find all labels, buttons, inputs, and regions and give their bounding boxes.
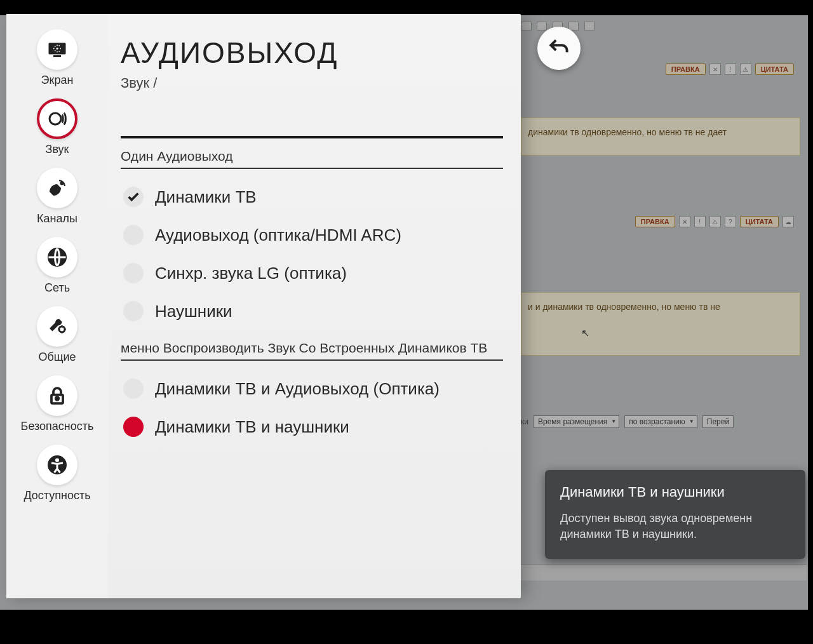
sort-label: ки [521, 417, 528, 426]
browser-tab [584, 22, 595, 30]
delete-icon[interactable]: ✕ [679, 216, 690, 227]
sidebar-item-label: Каналы [37, 212, 77, 225]
browser-tab [521, 22, 532, 30]
forum-post: динамики тв одновременно, но меню тв не … [521, 117, 800, 156]
lock-icon [37, 375, 77, 416]
sound-icon [37, 98, 77, 139]
letterbox-bottom [0, 610, 813, 644]
radio-selected-icon [123, 417, 144, 437]
sidebar-item-sound[interactable]: Звук [6, 98, 108, 156]
quote-button[interactable]: ЦИТАТА [740, 216, 779, 227]
svg-point-3 [50, 113, 61, 124]
sidebar-item-label: Безопасность [21, 420, 94, 433]
letterbox-top [0, 0, 813, 15]
sort-order-select[interactable]: по возрастанию [624, 415, 697, 428]
edit-button[interactable]: ПРАВКА [666, 64, 706, 75]
mouse-cursor-icon: ↖ [581, 327, 589, 339]
option-group-simultaneous: Динамики ТВ и Аудиовыход (Оптика) Динами… [121, 370, 503, 446]
warn-icon[interactable]: ! [725, 64, 736, 75]
option-label: Динамики ТВ и наушники [155, 417, 349, 437]
tv-settings-panel: Экран Звук Каналы Сеть Общие [6, 14, 521, 598]
option-label: Аудиовыход (оптика/HDMI ARC) [155, 225, 401, 245]
option-label: Динамики ТВ [155, 187, 257, 207]
browser-tab [537, 22, 548, 30]
option-tv-and-headphones[interactable]: Динамики ТВ и наушники [121, 408, 503, 446]
sidebar-item-label: Сеть [44, 281, 70, 295]
option-headphones[interactable]: Наушники [121, 292, 503, 330]
option-group-single: Динамики ТВ Аудиовыход (оптика/HDMI ARC)… [121, 178, 503, 330]
page-title: АУДИОВЫХОД [121, 36, 503, 70]
divider [121, 136, 503, 138]
sort-field-select[interactable]: Время размещения [534, 415, 619, 428]
option-label: Динамики ТВ и Аудиовыход (Оптика) [155, 379, 440, 399]
satellite-icon [37, 168, 77, 208]
option-optical-hdmi-arc[interactable]: Аудиовыход (оптика/HDMI ARC) [121, 216, 503, 254]
radio-icon [123, 379, 144, 399]
option-label: Синхр. звука LG (оптика) [155, 264, 347, 283]
accessibility-icon [37, 445, 77, 485]
sidebar-item-label: Звук [46, 143, 69, 156]
quote-button[interactable]: ЦИТАТА [755, 64, 794, 75]
forum-post: и и динамики тв одновременно, но меню тв… [521, 292, 800, 356]
option-tv-and-optical[interactable]: Динамики ТВ и Аудиовыход (Оптика) [121, 370, 503, 408]
svg-rect-1 [53, 55, 61, 57]
sidebar-item-label: Общие [38, 351, 76, 364]
svg-point-6 [59, 326, 65, 332]
svg-point-2 [57, 48, 58, 50]
sidebar-item-label: Доступность [24, 489, 90, 502]
tooltip-body: Доступен вывод звука одновременн динамик… [560, 511, 790, 542]
sidebar-item-accessibility[interactable]: Доступность [6, 445, 108, 502]
browser-statusbar [521, 564, 807, 580]
tools-icon [37, 306, 77, 347]
warn-icon[interactable]: ⚠ [709, 216, 721, 227]
apple-icon[interactable]: ☁ [783, 216, 794, 227]
sidebar-item-general[interactable]: Общие [6, 306, 108, 364]
edit-button[interactable]: ПРАВКА [635, 216, 675, 227]
tooltip-title: Динамики ТВ и наушники [560, 484, 790, 500]
post-actions-row: ПРАВКА ✕ ! ⚠ ? ЦИТАТА ☁ [635, 216, 794, 227]
svg-point-10 [55, 459, 59, 462]
post-actions-row: ПРАВКА ✕ ! ⚠ ЦИТАТА [666, 64, 794, 75]
delete-icon[interactable]: ✕ [709, 64, 721, 75]
back-arrow-icon [547, 36, 571, 60]
back-button[interactable] [537, 27, 581, 70]
sidebar-item-security[interactable]: Безопасность [6, 375, 108, 433]
radio-icon [123, 263, 144, 283]
section-header-simultaneous: менно Воспроизводить Звук Со Встроенных … [121, 334, 503, 361]
warn-icon[interactable]: ⚠ [740, 64, 751, 75]
go-button[interactable]: Перей [702, 415, 734, 428]
section-header-single: Один Аудиовыход [121, 142, 503, 169]
svg-point-8 [56, 397, 59, 400]
option-label: Наушники [155, 302, 232, 321]
screen-icon [37, 29, 77, 70]
globe-icon [37, 237, 77, 278]
breadcrumb: Звук / [121, 75, 503, 91]
radio-icon [123, 225, 144, 245]
option-tv-speakers[interactable]: Динамики ТВ [121, 178, 503, 216]
radio-icon [123, 301, 144, 321]
sidebar-item-network[interactable]: Сеть [6, 237, 108, 295]
settings-main: АУДИОВЫХОД Звук / Один Аудиовыход Динами… [108, 14, 521, 598]
warn-icon[interactable]: ! [694, 216, 706, 227]
settings-sidebar: Экран Звук Каналы Сеть Общие [6, 14, 108, 598]
option-lg-sound-sync[interactable]: Синхр. звука LG (оптика) [121, 254, 503, 292]
question-icon[interactable]: ? [725, 216, 736, 227]
sidebar-item-label: Экран [41, 74, 74, 87]
sidebar-item-screen[interactable]: Экран [6, 29, 108, 87]
sidebar-item-channels[interactable]: Каналы [6, 168, 108, 225]
radio-checked-icon [123, 187, 144, 207]
help-tooltip: Динамики ТВ и наушники Доступен вывод зв… [545, 470, 805, 559]
sort-controls: ки Время размещения по возрастанию Перей [521, 413, 807, 431]
letterbox-right [808, 0, 813, 644]
